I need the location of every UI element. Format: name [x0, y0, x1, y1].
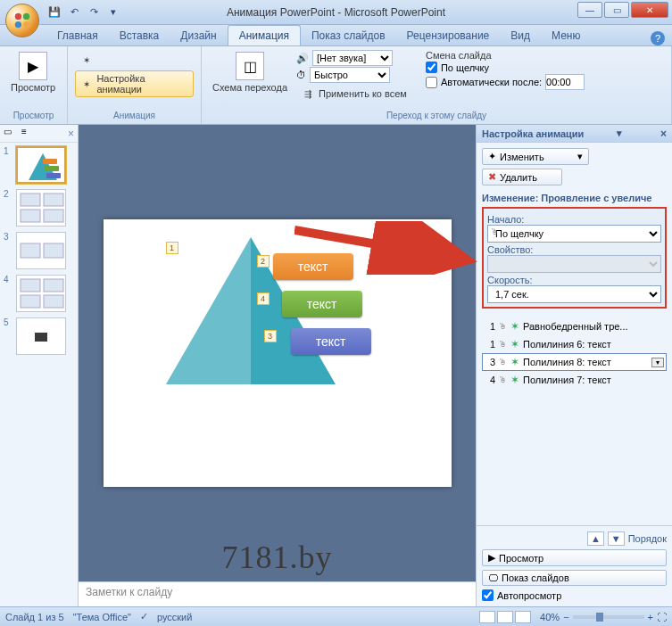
animation-tag[interactable]: 1 — [166, 242, 178, 254]
tab-view[interactable]: Вид — [500, 26, 541, 45]
spellcheck-icon[interactable]: ✓ — [140, 611, 148, 622]
slideshow-button[interactable]: 🖵Показ слайдов — [482, 570, 667, 586]
speed-select[interactable]: 1,7 сек. — [487, 285, 661, 303]
undo-icon[interactable]: ↶ — [66, 4, 82, 21]
zoom-out-button[interactable]: − — [563, 612, 568, 622]
maximize-button[interactable]: ▭ — [604, 2, 629, 18]
tab-review[interactable]: Рецензирование — [396, 26, 501, 45]
minimize-button[interactable]: — — [577, 2, 602, 18]
tab-menu[interactable]: Меню — [541, 26, 591, 45]
animation-tag[interactable]: 4 — [257, 292, 270, 305]
effect-star-icon: ✶ — [510, 338, 519, 350]
sorter-view-button[interactable] — [497, 611, 513, 623]
property-select — [487, 255, 661, 273]
animation-list-item[interactable]: 1🖱✶Равнобедренный тре... — [482, 317, 667, 335]
language-status[interactable]: русский — [157, 612, 192, 622]
taskpane-close-icon[interactable]: × — [660, 128, 667, 140]
start-label: Начало: — [487, 214, 661, 225]
animation-list-item[interactable]: 3🖱✶Полилиния 8: текст▾ — [482, 353, 667, 371]
svg-point-3 — [23, 21, 29, 28]
close-panel-icon[interactable]: × — [68, 128, 74, 140]
transition-scheme-button[interactable]: ◫ Схема перехода — [209, 50, 291, 95]
group-transition-label: Переход к этому слайду — [209, 109, 664, 120]
outline-tab-icon[interactable]: ≡ — [21, 127, 36, 141]
status-bar: Слайд 1 из 5 "Тема Office" ✓ русский 40%… — [0, 606, 672, 626]
tab-slideshow[interactable]: Показ слайдов — [301, 26, 396, 45]
effect-star-icon: ✶ — [510, 356, 519, 368]
text-shape[interactable]: текст — [291, 328, 371, 355]
star-icon: ✦ — [488, 151, 496, 162]
slide-editor: 1 2 4 3 текст текст текст 7181.by Заметк… — [79, 125, 476, 606]
theme-status: "Тема Office" — [73, 612, 131, 622]
transition-speed-select[interactable]: Быстро — [310, 67, 390, 83]
on-mouse-click-checkbox[interactable] — [426, 62, 437, 73]
notes-pane[interactable]: Заметки к слайду — [79, 581, 476, 606]
advance-slide-label: Смена слайда — [426, 50, 585, 61]
slideshow-view-button[interactable] — [515, 611, 531, 623]
transition-sound-select[interactable]: [Нет звука] — [312, 50, 393, 66]
sound-icon: 🔊 — [296, 53, 309, 64]
effect-change-title: Изменение: Проявление с увеличе — [482, 193, 667, 203]
svg-point-0 — [15, 13, 21, 20]
auto-after-checkbox[interactable] — [426, 77, 437, 88]
watermark: 7181.by — [222, 539, 333, 576]
start-select[interactable]: По щелчку — [487, 225, 661, 243]
slideshow-icon: 🖵 — [488, 572, 498, 583]
animation-tag[interactable]: 2 — [257, 255, 270, 268]
taskpane-dropdown-icon[interactable]: ▾ — [617, 128, 622, 139]
custom-animation-button[interactable]: ✶ Настройка анимации — [75, 70, 194, 97]
change-effect-button[interactable]: ✦Изменить▾ — [482, 148, 589, 165]
zoom-in-button[interactable]: + — [648, 612, 653, 622]
tab-insert[interactable]: Вставка — [109, 26, 170, 45]
mouse-icon: 🖱 — [499, 322, 507, 331]
tab-home[interactable]: Главная — [46, 26, 109, 45]
slides-tab-icon[interactable]: ▭ — [4, 127, 18, 141]
slide-thumbnail[interactable]: 1 — [4, 146, 74, 184]
tab-design[interactable]: Дизайн — [170, 26, 227, 45]
transition-scheme-icon: ◫ — [236, 52, 264, 80]
save-icon[interactable]: 💾 — [46, 4, 62, 21]
mouse-icon: 🖱 — [499, 358, 507, 367]
qat-dropdown-icon[interactable]: ▾ — [105, 4, 121, 21]
svg-point-2 — [15, 21, 21, 28]
custom-animation-pane: Настройка анимации ▾ × ✦Изменить▾ ✖Удали… — [476, 125, 672, 606]
move-down-button[interactable]: ▼ — [608, 531, 625, 546]
redo-icon[interactable]: ↷ — [86, 4, 102, 21]
zoom-slider[interactable] — [573, 615, 644, 619]
animation-list: 1🖱✶Равнобедренный тре... 1🖱✶Полилиния 6:… — [482, 317, 667, 520]
text-shape[interactable]: текст — [282, 291, 362, 317]
normal-view-button[interactable] — [479, 611, 495, 623]
help-icon[interactable]: ? — [651, 31, 665, 45]
auto-after-time[interactable] — [545, 74, 585, 90]
svg-rect-13 — [44, 243, 63, 258]
animation-list-item[interactable]: 4🖱✶Полилиния 7: текст — [482, 371, 667, 389]
svg-rect-5 — [43, 159, 57, 164]
office-button[interactable] — [5, 4, 39, 37]
autopreview-checkbox[interactable] — [482, 589, 494, 601]
mouse-icon: 🖱 — [499, 340, 507, 349]
preview-button[interactable]: ▶ Просмотр — [7, 50, 59, 95]
play-preview-button[interactable]: ▶Просмотр — [482, 549, 667, 566]
slide-thumbnail[interactable]: 5 — [4, 317, 74, 355]
ribbon: ▶ Просмотр Просмотр ✶ ✶ Настройка анимац… — [0, 46, 672, 125]
animation-tag[interactable]: 3 — [264, 330, 277, 342]
svg-line-19 — [295, 230, 460, 259]
custom-animation-icon: ✶ — [79, 77, 93, 91]
animation-list-item[interactable]: 1🖱✶Полилиния 6: текст — [482, 335, 667, 353]
remove-effect-button[interactable]: ✖Удалить — [482, 169, 562, 185]
effect-star-icon: ✶ — [510, 320, 519, 333]
item-dropdown-icon[interactable]: ▾ — [651, 358, 664, 367]
move-up-button[interactable]: ▲ — [587, 531, 604, 546]
close-button[interactable]: ✕ — [631, 2, 668, 18]
zoom-control: 40% − + ⛶ — [540, 612, 667, 622]
fit-to-window-button[interactable]: ⛶ — [657, 612, 667, 622]
tab-animation[interactable]: Анимация — [228, 25, 301, 45]
slide-thumbnail[interactable]: 3 — [4, 232, 74, 269]
slide-thumbnail[interactable]: 2 — [4, 189, 74, 227]
apply-to-all-button[interactable]: ⇶Применить ко всем — [296, 84, 411, 103]
animate-dropdown[interactable]: ✶ — [75, 50, 194, 70]
svg-rect-7 — [46, 173, 61, 178]
effect-star-icon: ✶ — [510, 374, 519, 386]
mouse-icon: 🖱 — [499, 375, 507, 384]
slide-thumbnail[interactable]: 4 — [4, 275, 74, 312]
